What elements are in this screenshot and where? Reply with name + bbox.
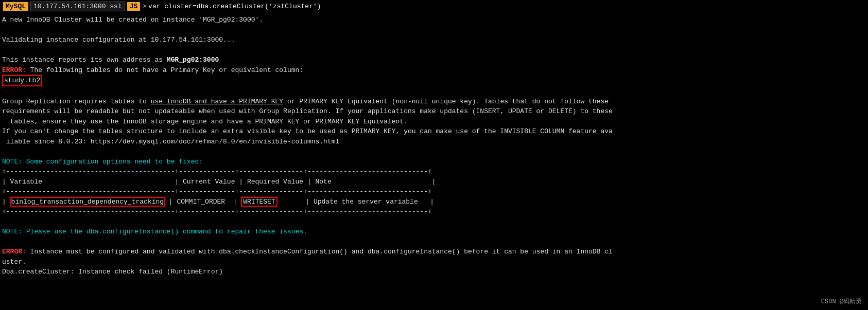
output-line-3: Validating instance configuration at 10.… xyxy=(2,35,866,45)
watermark: CSDN @码精灵 xyxy=(821,297,862,306)
table-sep-border: +---------------------------------------… xyxy=(2,187,866,197)
output-line-12: If you can't change the tables structure… xyxy=(2,126,866,137)
output-line-9: Group Replication requires tables to use… xyxy=(2,97,866,107)
blank-line-3 xyxy=(2,86,866,97)
prompt-arrow: > xyxy=(142,3,146,10)
output-line-1: A new InnoDB Cluster will be created on … xyxy=(2,15,866,25)
output-error-2: ERROR: Instance must be configured and v… xyxy=(2,247,866,257)
table-top-border: +---------------------------------------… xyxy=(2,167,866,177)
command-text: var cluster=dba.createCluster('zstCluste… xyxy=(148,3,321,10)
blank-line-5 xyxy=(2,217,866,227)
output-note-1: NOTE: Some configuration options need to… xyxy=(2,157,866,167)
variable-name-highlighted: binlog_transaction_dependency_tracking xyxy=(10,197,165,207)
blank-line-6 xyxy=(2,237,866,247)
output-line-runtime: Dba.createCluster: Instance check failed… xyxy=(2,267,866,277)
mysql-badge: MySQL xyxy=(3,2,28,11)
js-badge: JS xyxy=(127,2,141,11)
blank-line-2 xyxy=(2,45,866,56)
output-line-11: tables, ensure they use the InnoDB stora… xyxy=(2,117,866,127)
output-line-uster: uster. xyxy=(2,257,866,267)
writeset-highlighted: WRITESET xyxy=(241,197,277,207)
terminal-window: MySQL 10.177.54.161:3000 ssl JS > var cl… xyxy=(0,0,868,310)
terminal-prompt-bar: MySQL 10.177.54.161:3000 ssl JS > var cl… xyxy=(0,0,868,13)
blank-line-4 xyxy=(2,147,866,157)
table-header-row: | Variable | Current Value | Required Va… xyxy=(2,177,866,187)
ip-badge: 10.177.54.161:3000 ssl xyxy=(30,2,125,11)
study-tb2-highlighted: study.tb2 xyxy=(2,75,42,86)
output-note-2: NOTE: Please use the dba.configureInstan… xyxy=(2,227,866,237)
output-line-5: This instance reports its own address as… xyxy=(2,55,866,65)
output-line-13: ilable since 8.0.23: https://dev.mysql.c… xyxy=(2,137,866,147)
table-data-row: | binlog_transaction_dependency_tracking… xyxy=(2,197,866,207)
output-line-10: requirements will be readable but not up… xyxy=(2,106,866,117)
table-bot-border: +---------------------------------------… xyxy=(2,207,866,217)
output-line-7-studytb2: study.tb2 xyxy=(2,75,866,86)
terminal-content: A new InnoDB Cluster will be created on … xyxy=(0,13,868,279)
blank-line-1 xyxy=(2,25,866,35)
output-line-6-error: ERROR: The following tables do not have … xyxy=(2,65,866,76)
